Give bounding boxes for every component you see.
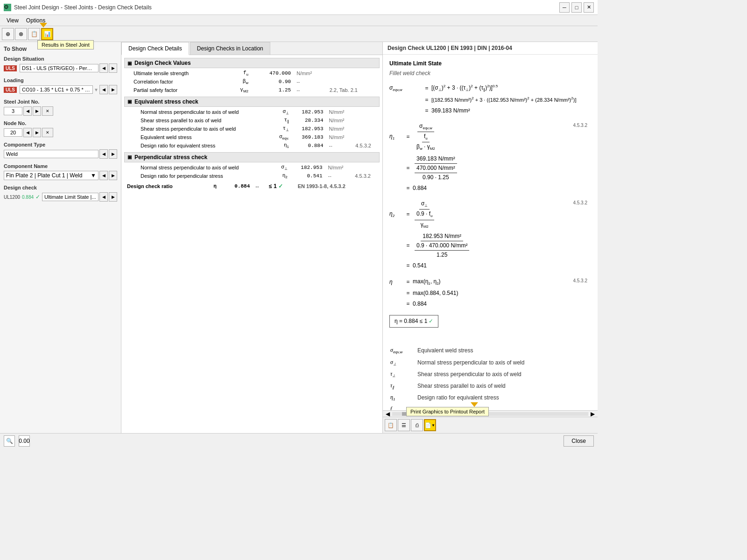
eta1-num2: 369.183 N/mm² — [415, 154, 457, 164]
node-input[interactable] — [4, 128, 22, 137]
eta-final-formula: 4.5.3.2 η = max(η1, η2) = max(0.884, 0.5… — [389, 277, 591, 309]
toolbar-btn-results[interactable]: 📊 — [41, 28, 53, 40]
status-coord-btn[interactable]: 0.00 — [19, 435, 30, 447]
ref-cell — [352, 125, 380, 133]
component-name-next[interactable]: ▶ — [109, 171, 117, 180]
eta2-den: 0.9 · fu γM2 — [415, 210, 434, 230]
value-cell: 369.183 — [292, 133, 326, 141]
menu-bar: View Options — [0, 15, 598, 26]
eta-eq2: = — [403, 289, 413, 298]
row-label: Partial safety factor — [124, 86, 229, 94]
steel-joint-goto[interactable]: ✕ — [42, 106, 53, 116]
value-cell: 0.541 — [290, 172, 325, 180]
eta1-eq: = — [403, 133, 413, 141]
menu-view[interactable]: View — [3, 16, 22, 25]
tab-design-check-details[interactable]: Design Check Details — [121, 42, 189, 55]
minimize-button[interactable]: ─ — [559, 2, 570, 13]
ratio-value: 0.884 — [219, 182, 253, 190]
collapse-icon-values: ▣ — [127, 61, 132, 66]
node-next[interactable]: ▶ — [33, 128, 41, 137]
check-title-block: Ultimate Limit State Fillet weld check — [389, 59, 591, 78]
close-button[interactable]: Close — [564, 435, 594, 447]
symbol-cell: τ∥ — [272, 116, 292, 125]
steel-joint-next[interactable]: ▶ — [33, 106, 41, 116]
ref-cell: 4.5.3.2 — [352, 141, 380, 150]
unit-cell: N/mm² — [325, 163, 352, 172]
loading-next[interactable]: ▶ — [109, 85, 117, 94]
ref-cell — [352, 133, 380, 141]
steel-joint-input[interactable] — [4, 107, 22, 115]
component-type-next[interactable]: ▶ — [109, 149, 117, 159]
section-perp-label: Perpendicular stress check — [134, 154, 207, 161]
eta1-den: fu βw · γM2 — [415, 132, 437, 152]
loading-section: Loading ULS CO10 - 1.35 * LC1 + 0.75 * L… — [4, 77, 117, 94]
unit-cell: N/mm² — [326, 133, 353, 141]
node-prev[interactable]: ◀ — [23, 128, 32, 137]
component-name-prev[interactable]: ◀ — [99, 171, 108, 180]
symbol-cell: fu — [229, 69, 251, 77]
toolbar-btn-2[interactable]: ⊗ — [15, 28, 27, 40]
eta-final-box: η = 0.884 ≤ 1 ✓ — [389, 315, 438, 328]
design-situation-next[interactable]: ▶ — [109, 63, 117, 73]
design-situation-prev[interactable]: ◀ — [99, 63, 108, 73]
design-check-prev[interactable]: ◀ — [99, 192, 108, 202]
component-type-prev[interactable]: ◀ — [99, 149, 108, 159]
design-check-section: Design check UL1200 0.884 ✓ Ultimate Lim… — [4, 185, 117, 202]
section-equiv-header[interactable]: ▣ Equivalent stress check — [124, 97, 380, 107]
steel-joint-prev[interactable]: ◀ — [23, 106, 32, 116]
right-toolbar: 📋 ☰ ⎙ 📄▼ Print Graphics to Printout Repo… — [383, 417, 598, 433]
table-row: Correlation factor βw 0.90 -- — [124, 77, 380, 86]
eta1-result: 0.884 — [413, 184, 427, 193]
left-panel: To Show Design Situation ULS DS1 - ULS (… — [0, 42, 121, 433]
legend-row: τ∥ Shear stress parallel to axis of weld — [390, 381, 527, 392]
sigma-eqv-lhs: σeqv,w — [389, 84, 422, 93]
design-situation-value: DS1 - ULS (STR/GEO) - Permane... — [20, 64, 99, 72]
table-row: Partial safety factor γM2 1.25 -- 2.2, T… — [124, 86, 380, 94]
ratio-limit: ≤ 1 — [269, 183, 277, 189]
toolbar-btn-3[interactable]: 📋 — [28, 28, 40, 40]
scroll-left-btn[interactable]: ◀ — [386, 411, 390, 417]
eta1-fraction1: σeqv,w fu βw · γM2 — [415, 122, 437, 153]
unit-cell: -- — [294, 86, 326, 94]
symbol-cell: βw — [229, 77, 251, 86]
eta2-den-den: γM2 — [419, 220, 430, 230]
legend-row: σ⊥ Normal stress perpendicular to axis o… — [390, 357, 527, 368]
loading-prev[interactable]: ◀ — [99, 85, 108, 94]
ratio-table: Design check ratio η 0.884 -- ≤ 1 ✓ EN 1… — [124, 182, 380, 190]
right-tool-btn-3[interactable]: ⎙ — [411, 419, 423, 431]
status-search-btn[interactable]: 🔍 — [4, 435, 15, 447]
legend-table: σeqv,w Equivalent weld stress σ⊥ Normal … — [389, 344, 528, 410]
right-tool-btn-2[interactable]: ☰ — [398, 419, 410, 431]
state-label: Ultimate Limit State — [389, 59, 591, 68]
print-graphics-button[interactable]: 📄▼ — [424, 419, 436, 431]
symbol-cell: τ⊥ — [272, 125, 292, 133]
section-values-header[interactable]: ▣ Design Check Values — [124, 58, 380, 68]
legend-row: σeqv,w Equivalent weld stress — [390, 345, 527, 356]
toolbar: ⊕ ⊗ 📋 📊 Results in Steel Joint — [0, 26, 598, 42]
node-goto[interactable]: ✕ — [42, 128, 53, 137]
symbol-cell: η2 — [275, 172, 290, 180]
sigma-eqv-rhs2: [(182.953 N/mm²)2 + 3 · ((182.953 N/mm²)… — [431, 96, 576, 104]
close-window-button[interactable]: ✕ — [584, 2, 594, 13]
value-cell: 182.953 — [292, 108, 326, 116]
legend-symbol: σ⊥ — [390, 357, 414, 368]
ref-cell — [352, 116, 380, 125]
design-situation-section: Design Situation ULS DS1 - ULS (STR/GEO)… — [4, 56, 117, 73]
component-type-value[interactable]: Weld — [4, 150, 99, 158]
row-label: Design ratio for equivalent stress — [124, 141, 272, 150]
eta1-den2-den: 0.90 · 1.25 — [421, 173, 451, 182]
section-perp-header[interactable]: ▣ Perpendicular stress check — [124, 152, 380, 162]
status-bar: 🔍 0.00 Close — [0, 433, 598, 448]
tab-design-checks-location[interactable]: Design Checks in Location — [190, 42, 270, 55]
maximize-button[interactable]: □ — [571, 2, 582, 13]
scroll-right-btn[interactable]: ▶ — [591, 411, 595, 417]
eta2-eq3: = — [403, 261, 413, 270]
toolbar-btn-1[interactable]: ⊕ — [2, 28, 14, 40]
table-row: Shear stress perpendicular to axis of we… — [124, 125, 380, 133]
symbol-cell: σ⊥ — [275, 163, 290, 172]
design-check-next[interactable]: ▶ — [109, 192, 117, 202]
right-tool-btn-1[interactable]: 📋 — [385, 419, 397, 431]
component-name-value[interactable]: Fin Plate 2 | Plate Cut 1 | Weld▼ — [4, 171, 99, 180]
unit-cell: N/mm² — [294, 69, 326, 77]
symbol-cell: σ⊥ — [272, 108, 292, 116]
